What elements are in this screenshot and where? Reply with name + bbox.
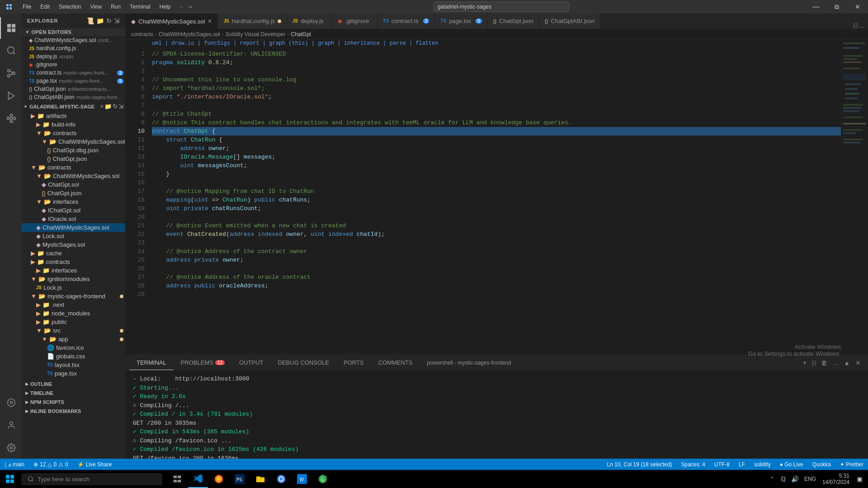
- tab-contract[interactable]: TS contract.ts 3: [377, 14, 435, 29]
- taskbar-app-chrome[interactable]: [271, 470, 291, 488]
- tree-item-artifacts[interactable]: ▶ 📁 artifacts: [22, 112, 125, 120]
- minimize-button[interactable]: —: [806, 0, 826, 14]
- outline-header[interactable]: ▶ OUTLINE: [22, 380, 125, 389]
- add-terminal-btn[interactable]: +: [801, 357, 808, 369]
- activity-search[interactable]: [0, 40, 22, 61]
- tree-item-chatwithmysticsages-active[interactable]: ◆ ChatWithMysticSages.sol: [22, 223, 125, 232]
- taskbar-app-files[interactable]: [250, 470, 270, 488]
- notification-center[interactable]: ▣: [853, 475, 866, 483]
- status-branch[interactable]: 〈 ⅎ main: [0, 459, 29, 470]
- sys-tray[interactable]: ⌃: [766, 476, 778, 482]
- activity-source-control[interactable]: [0, 62, 22, 84]
- status-errors[interactable]: ⊗ 12 △ 0 ⚠ 0: [29, 459, 73, 470]
- status-golive[interactable]: ● Go Live: [775, 459, 808, 470]
- taskbar-clock[interactable]: 5:31 14/07/2024: [819, 473, 853, 485]
- menu-terminal[interactable]: Terminal: [125, 2, 155, 12]
- tab-comments[interactable]: COMMENTS: [371, 356, 420, 370]
- maximize-panel-btn[interactable]: ▲: [842, 357, 852, 368]
- tree-item-ichatgpt-sol[interactable]: ◆ IChatGpt.sol: [22, 206, 125, 215]
- tree-item-public[interactable]: ▶ 📁 public: [22, 318, 125, 326]
- tree-item-build-info[interactable]: ▶ 📁 build-info: [22, 120, 125, 129]
- tree-item-ignition[interactable]: ▼ 📂 ignition\modules: [22, 275, 125, 283]
- tree-item-chatwithmysticsages-main[interactable]: ▼ 📂 ChatWithMysticSages.sol: [22, 172, 125, 180]
- tab-terminal[interactable]: TERMINAL: [129, 356, 174, 370]
- menu-edit[interactable]: Edit: [36, 2, 54, 12]
- more-terminal-btn[interactable]: ...: [831, 357, 840, 368]
- nav-back-button[interactable]: ←: [179, 3, 185, 10]
- open-editor-item-4[interactable]: ◉ .gitignore: [22, 61, 125, 69]
- taskbar-app-vscode[interactable]: [188, 470, 208, 488]
- status-language[interactable]: solidity: [750, 459, 775, 470]
- bookmarks-header[interactable]: ▶ INLINE BOOKMARKS: [22, 407, 125, 416]
- taskbar-search[interactable]: Type here to search: [22, 474, 162, 485]
- taskbar-app-firefox[interactable]: [209, 470, 229, 488]
- tree-item-layout[interactable]: TS layout.tsx: [22, 361, 125, 369]
- open-editor-item-8[interactable]: {} ChatGptABI.json mystic-sages-front...: [22, 93, 125, 101]
- activity-remote[interactable]: [0, 392, 22, 413]
- tab-debug-console[interactable]: DEBUG CONSOLE: [271, 356, 336, 370]
- tab-deploy[interactable]: JS deploy.js: [287, 14, 332, 29]
- status-position[interactable]: Ln 10, Col 19 (18 selected): [603, 459, 677, 470]
- menu-view[interactable]: View: [85, 2, 106, 12]
- timeline-header[interactable]: ▶ TIMELINE: [22, 389, 125, 398]
- new-folder-button[interactable]: 📁: [96, 17, 104, 24]
- tree-item-src[interactable]: ▼ 📂 src: [22, 326, 125, 335]
- tab-chatgptabi[interactable]: {} ChatGptABI.json: [539, 14, 600, 29]
- code-content[interactable]: // SPDX-License-Identifier: UNLICENSED p…: [148, 39, 841, 355]
- start-button[interactable]: [0, 470, 20, 488]
- new-file-button[interactable]: 📜: [86, 17, 94, 24]
- tree-item-chatgpt-json2[interactable]: {} ChatGpt.json: [22, 189, 125, 197]
- tree-item-chatgpt-dbg[interactable]: {} ChatGpt.dbg.json: [22, 146, 125, 155]
- open-editor-item-3[interactable]: JS deploy.js scripts: [22, 52, 125, 61]
- menu-file[interactable]: File: [18, 2, 36, 12]
- nav-forward-button[interactable]: →: [187, 3, 193, 10]
- project-new-folder-btn[interactable]: 📁: [104, 103, 112, 110]
- status-encoding[interactable]: UTF-8: [710, 459, 734, 470]
- collapse-button[interactable]: ⇲: [114, 17, 120, 24]
- tree-item-cache[interactable]: ▶ 📁 cache: [22, 249, 125, 258]
- menu-run[interactable]: Run: [106, 2, 125, 12]
- close-button[interactable]: ✕: [847, 0, 868, 14]
- tree-item-ioracle-sol[interactable]: ◆ IOracle.sol: [22, 215, 125, 223]
- tree-item-contracts-root[interactable]: ▼ 📂 contracts: [22, 163, 125, 172]
- project-collapse-btn[interactable]: ⇲: [118, 103, 123, 110]
- open-editor-item-6[interactable]: TS page.tsx mystic-sages-front... 9: [22, 77, 125, 85]
- tree-item-mysticsages-sol[interactable]: ◆ MysticSages.sol: [22, 240, 125, 249]
- more-tabs-icon[interactable]: ...: [859, 22, 864, 29]
- refresh-button[interactable]: ↻: [106, 17, 112, 24]
- open-editor-item-7[interactable]: {} ChatGpt.json artifacts/contracts...: [22, 85, 125, 93]
- tree-item-globals[interactable]: 📄 globals.css: [22, 352, 125, 361]
- activity-explorer[interactable]: [0, 17, 22, 39]
- tree-item-node-modules[interactable]: ▶ 📁 node_modules: [22, 309, 125, 318]
- tab-chatgptjson[interactable]: {} ChatGpt.json: [488, 14, 539, 29]
- breadcrumb-plugin[interactable]: Solidity Visual Developer: [226, 31, 286, 38]
- tree-item-interfaces-root[interactable]: ▶ 📁 interfaces: [22, 266, 125, 275]
- open-editor-item-2[interactable]: JS hardhat.config.js: [22, 44, 125, 52]
- trash-terminal-btn[interactable]: 🗑: [819, 357, 829, 368]
- status-lineending[interactable]: LF: [734, 459, 750, 470]
- lang-indicator[interactable]: ENG: [802, 476, 819, 482]
- tab-ports[interactable]: PORTS: [336, 356, 371, 370]
- taskbar-app-powershell[interactable]: PS: [230, 470, 250, 488]
- tree-item-lock-sol[interactable]: ◆ Lock.sol: [22, 232, 125, 240]
- terminal-content[interactable]: - Local: http://localhost:3000 ✓ Startin…: [126, 371, 868, 459]
- breadcrumb-contracts[interactable]: contracts: [131, 31, 153, 38]
- open-editor-item-1[interactable]: ◆ ChatWithMysticSages.sol contr...: [22, 36, 125, 44]
- taskbar-app-extra2[interactable]: G: [313, 470, 333, 488]
- tab-hardhat[interactable]: JS hardhat.config.js: [218, 14, 287, 29]
- tree-item-chatwithmysticsages-artifact[interactable]: ▼ 📂 ChatWithMysticSages.sol: [22, 137, 125, 146]
- tab-problems[interactable]: PROBLEMS 12: [174, 356, 232, 370]
- close-panel-btn[interactable]: ✕: [854, 357, 863, 368]
- tree-item-favicon[interactable]: 🌐 favicon.ico: [22, 343, 125, 352]
- npm-header[interactable]: ▶ NPM SCRIPTS: [22, 398, 125, 407]
- activity-extensions[interactable]: [0, 108, 22, 129]
- project-refresh-btn[interactable]: ↻: [113, 103, 118, 110]
- tab-output[interactable]: OUTPUT: [232, 356, 270, 370]
- maximize-button[interactable]: ⧉: [826, 0, 847, 14]
- tree-item-contracts2[interactable]: ▶ 📁 contracts: [22, 258, 125, 266]
- tree-item-interfaces-contracts[interactable]: ▼ 📂 interfaces: [22, 197, 125, 206]
- tree-item-frontend[interactable]: ▼ 📂 mystic-sages-frontend: [22, 292, 125, 300]
- breadcrumb-filename[interactable]: ChatWithMysticSages.sol: [159, 31, 220, 38]
- tree-item-contracts[interactable]: ▼ 📂 contracts: [22, 129, 125, 137]
- taskbar-app-taskview[interactable]: [167, 470, 187, 488]
